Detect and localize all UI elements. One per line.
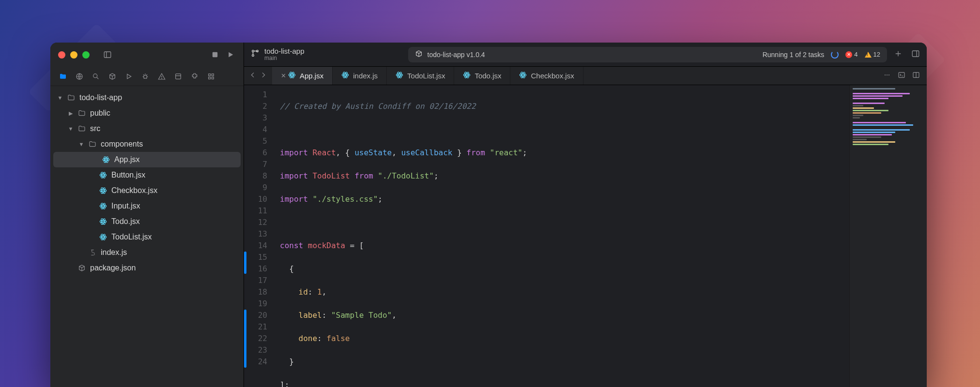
svg-rect-44 [912,51,919,57]
layout-icon[interactable] [171,70,185,83]
svg-point-68 [888,74,889,75]
tab-checkbox-jsx[interactable]: Checkbox.jsx [510,67,583,85]
package-icon[interactable] [106,70,119,83]
svg-point-23 [103,190,104,192]
line-number: 15 [247,252,267,263]
line-number: 5 [247,135,267,147]
warning-icon[interactable] [155,70,168,83]
cube-icon [415,50,423,59]
react-icon [99,187,107,194]
chevron-down-icon: ▼ [68,126,74,132]
tree-item-src[interactable]: ▼src [50,121,244,136]
line-number: 20 [247,310,267,321]
svg-rect-11 [209,74,211,75]
split-editor-icon[interactable] [912,71,920,81]
tree-item-public[interactable]: ▶public [50,105,244,121]
tree-item-checkbox-jsx[interactable]: Checkbox.jsx [50,183,244,198]
stop-button[interactable] [210,50,220,59]
line-number: 24 [247,356,267,368]
nav-back-button[interactable] [249,71,257,81]
play-outline-icon[interactable] [122,70,136,83]
svg-rect-9 [176,74,181,79]
spinner-icon [831,51,839,59]
tree-item-package-json[interactable]: package.json [50,260,244,276]
svg-point-58 [466,74,468,76]
tree-item-label: Checkbox.jsx [111,186,157,195]
package-icon [77,264,86,272]
extension-icon[interactable] [188,70,201,83]
svg-line-5 [97,77,98,79]
tree-item-todolist-jsx[interactable]: TodoList.jsx [50,229,244,245]
react-icon [396,71,403,80]
tree-item-input-jsx[interactable]: Input.jsx [50,198,244,214]
line-number: 4 [247,124,267,135]
code-editor[interactable]: 123456789101112131415161718192021222324 … [244,85,927,387]
chevron-down-icon: ▼ [78,141,84,147]
svg-point-40 [252,55,254,57]
chevron-right-icon: ▶ [68,110,74,117]
explorer-icon[interactable] [56,70,70,83]
react-icon [99,171,107,179]
svg-rect-14 [212,77,214,79]
svg-point-62 [522,74,524,76]
tree-item-todo-jsx[interactable]: Todo.jsx [50,214,244,229]
line-number: 21 [247,321,267,333]
line-number-gutter: 123456789101112131415161718192021222324 [247,85,274,387]
svg-point-4 [93,74,97,77]
run-button[interactable] [225,50,236,59]
error-badge[interactable]: ✕4 [845,51,858,58]
tab-label: App.jsx [300,72,323,80]
search-icon[interactable] [89,70,103,83]
react-icon [463,71,471,80]
minimap[interactable] [849,85,927,387]
tab-app-jsx[interactable]: ✕App.jsx [272,67,333,85]
toggle-right-panel-button[interactable] [911,49,920,60]
line-number: 10 [247,194,267,205]
more-icon[interactable] [883,71,891,81]
minimize-window-button[interactable] [70,51,77,59]
maximize-window-button[interactable] [82,51,90,59]
toggle-sidebar-button[interactable] [102,50,113,59]
tree-item-index-js[interactable]: index.js [50,245,244,260]
build-label: todo-list-app v1.0.4 [428,51,485,59]
branch-selector[interactable]: todo-list-app main [251,47,305,62]
line-number: 1 [247,89,267,101]
traffic-lights [58,51,90,59]
svg-point-8 [162,78,162,78]
tree-item-todo-list-app[interactable]: ▼todo-list-app [50,90,244,105]
chevron-down-icon: ▼ [57,95,63,101]
tree-item-app-jsx[interactable]: App.jsx [53,152,241,167]
nav-forward-button[interactable] [260,71,267,81]
warning-badge[interactable]: 12 [865,51,880,58]
svg-point-39 [252,50,254,52]
tree-item-label: package.json [90,264,136,272]
close-tab-icon[interactable]: ✕ [281,72,286,79]
file-tree: ▼todo-list-app▶public▼src▼componentsApp.… [50,86,244,387]
globe-icon[interactable] [73,70,86,83]
folder-icon [67,94,76,102]
tree-item-button-jsx[interactable]: Button.jsx [50,167,244,183]
debug-icon[interactable] [138,70,152,83]
grid-icon[interactable] [204,70,218,83]
line-number: 22 [247,333,267,344]
folder-icon [88,140,97,148]
add-button[interactable] [894,49,903,60]
terminal-icon[interactable] [898,71,905,81]
tab-todo-jsx[interactable]: Todo.jsx [454,67,510,85]
build-status-pill[interactable]: todo-list-app v1.0.4 Running 1 of 2 task… [408,47,887,62]
line-number: 3 [247,112,267,124]
line-number: 17 [247,275,267,286]
tree-item-label: Todo.jsx [111,217,140,226]
tab-index-js[interactable]: index.js [333,67,387,85]
svg-point-50 [345,74,346,76]
tree-item-label: todo-list-app [79,93,122,102]
code-content[interactable]: // Created by Austin Condiff on 02/16/20… [274,85,849,387]
tree-item-components[interactable]: ▼components [50,136,244,152]
tab-todolist-jsx[interactable]: TodoList.jsx [387,67,454,85]
react-icon [99,218,107,225]
close-window-button[interactable] [58,51,65,59]
react-icon [102,156,110,164]
line-number: 8 [247,170,267,182]
svg-rect-13 [209,77,211,79]
svg-point-46 [291,74,293,76]
